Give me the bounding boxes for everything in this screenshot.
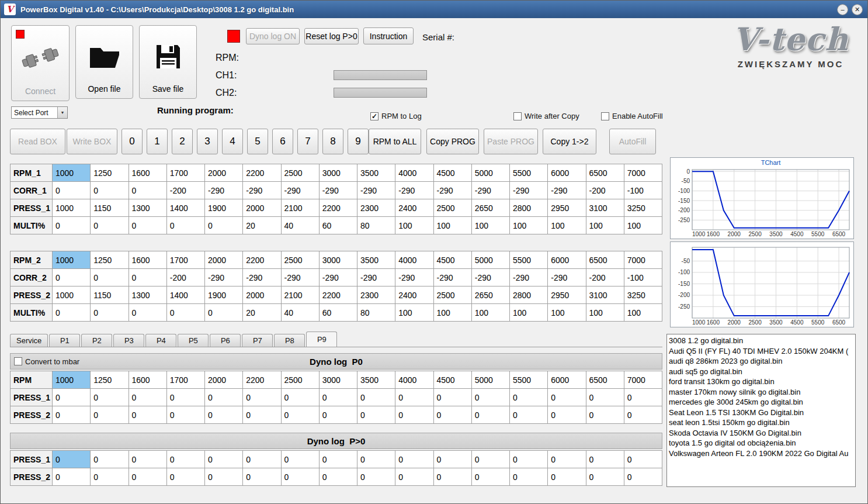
cell-PRESS_2-8[interactable]: 0	[357, 406, 395, 424]
cell-CORR_2-12[interactable]: -290	[510, 269, 548, 286]
cell-PRESS_1-13[interactable]: 0	[548, 389, 586, 406]
cell-PRESS_1-11[interactable]: 2650	[471, 199, 509, 217]
cell-PRESS_1-6[interactable]: 0	[281, 389, 319, 406]
cell-RPM_1-4[interactable]: 2000	[205, 164, 243, 182]
cell-MULTI%-6[interactable]: 40	[281, 304, 319, 322]
cell-PRESS_1-9[interactable]: 0	[395, 389, 433, 406]
tab-p9[interactable]: P9	[306, 332, 337, 347]
file-list-item[interactable]: master 170km nowy silnik go digital.bin	[667, 387, 855, 398]
cell-PRESS_2-10[interactable]: 2500	[433, 286, 471, 304]
cell-RPM_1-9[interactable]: 4000	[395, 164, 433, 182]
cell-CORR_2-14[interactable]: -200	[586, 269, 624, 286]
cell-PRESS_1-7[interactable]: 0	[319, 451, 357, 468]
read-box-button[interactable]: Read BOX	[10, 129, 65, 154]
cell-PRESS_1-5[interactable]: 0	[243, 389, 281, 406]
cell-CORR_1-14[interactable]: -200	[586, 182, 624, 199]
cell-MULTI%-2[interactable]: 0	[129, 217, 166, 234]
cell-PRESS_1-6[interactable]: 0	[281, 451, 319, 468]
program-button-1[interactable]: 1	[147, 129, 168, 154]
cell-PRESS_1-5[interactable]: 2000	[243, 199, 281, 217]
rpm-to-log-checkbox[interactable]: ✓ RPM to Log	[370, 112, 422, 120]
cell-PRESS_1-2[interactable]: 0	[129, 389, 166, 406]
cell-CORR_2-6[interactable]: -290	[281, 269, 319, 286]
cell-PRESS_1-12[interactable]: 0	[510, 389, 548, 406]
cell-MULTI%-10[interactable]: 100	[433, 304, 471, 322]
cell-RPM_1-8[interactable]: 3500	[357, 164, 395, 182]
cell-PRESS_1-10[interactable]: 2500	[433, 199, 471, 217]
cell-CORR_1-7[interactable]: -290	[319, 182, 357, 199]
cell-RPM_1-7[interactable]: 3000	[319, 164, 357, 182]
cell-PRESS_1-15[interactable]: 3250	[624, 199, 662, 217]
cell-CORR_1-2[interactable]: 0	[129, 182, 166, 199]
cell-MULTI%-4[interactable]: 0	[205, 304, 243, 322]
file-list-item[interactable]: mercedes gle 300d 245km go digital.bin	[667, 397, 855, 408]
cell-PRESS_2-6[interactable]: 0	[281, 468, 319, 486]
cell-PRESS_1-3[interactable]: 0	[166, 451, 204, 468]
cell-MULTI%-15[interactable]: 100	[624, 304, 662, 322]
file-list-item[interactable]: Audi Q5 II (FY FL) 40 TDI MHEV 2.0 150kW…	[667, 346, 855, 357]
cell-PRESS_2-3[interactable]: 1400	[166, 286, 204, 304]
program-button-8[interactable]: 8	[322, 129, 343, 154]
cell-RPM_1-13[interactable]: 6000	[548, 164, 586, 182]
program-button-3[interactable]: 3	[197, 129, 218, 154]
cell-CORR_1-10[interactable]: -290	[433, 182, 471, 199]
cell-PRESS_2-8[interactable]: 0	[357, 468, 395, 486]
cell-RPM-12[interactable]: 5500	[510, 371, 548, 389]
cell-RPM_2-9[interactable]: 4000	[395, 251, 433, 269]
cell-PRESS_2-5[interactable]: 2000	[243, 286, 281, 304]
file-list-item[interactable]: Volkswagen Arteon FL 2.0 190KM 2022 Go D…	[667, 448, 855, 459]
cell-PRESS_2-7[interactable]: 0	[319, 406, 357, 424]
cell-MULTI%-15[interactable]: 100	[624, 217, 662, 234]
cell-RPM_2-7[interactable]: 3000	[319, 251, 357, 269]
cell-CORR_1-8[interactable]: -290	[357, 182, 395, 199]
cell-RPM_2-13[interactable]: 6000	[548, 251, 586, 269]
cell-PRESS_1-6[interactable]: 2100	[281, 199, 319, 217]
cell-RPM-0[interactable]: 1000	[53, 371, 91, 389]
cell-PRESS_2-4[interactable]: 0	[205, 468, 243, 486]
cell-RPM-7[interactable]: 3000	[319, 371, 357, 389]
cell-PRESS_2-5[interactable]: 0	[243, 406, 281, 424]
cell-RPM_2-11[interactable]: 5000	[471, 251, 509, 269]
cell-PRESS_1-13[interactable]: 2950	[548, 199, 586, 217]
cell-PRESS_2-7[interactable]: 2200	[319, 286, 357, 304]
copy-prog-button[interactable]: Copy PROG	[426, 129, 479, 154]
cell-CORR_2-10[interactable]: -290	[433, 269, 471, 286]
tab-p3[interactable]: P3	[113, 334, 144, 347]
convert-to-mbar-checkbox[interactable]: Convert to mbar	[14, 357, 79, 366]
cell-PRESS_1-1[interactable]: 0	[91, 451, 129, 468]
cell-PRESS_2-0[interactable]: 0	[53, 406, 91, 424]
cell-RPM-11[interactable]: 5000	[471, 371, 509, 389]
cell-CORR_1-6[interactable]: -290	[281, 182, 319, 199]
cell-PRESS_1-7[interactable]: 2200	[319, 199, 357, 217]
cell-PRESS_1-10[interactable]: 0	[433, 389, 471, 406]
cell-MULTI%-14[interactable]: 100	[586, 217, 624, 234]
write-box-button[interactable]: Write BOX	[67, 129, 117, 154]
cell-PRESS_2-14[interactable]: 0	[586, 406, 624, 424]
cell-RPM-3[interactable]: 1700	[166, 371, 204, 389]
cell-MULTI%-9[interactable]: 100	[395, 304, 433, 322]
cell-PRESS_2-15[interactable]: 0	[624, 406, 662, 424]
cell-MULTI%-13[interactable]: 100	[548, 217, 586, 234]
cell-CORR_2-4[interactable]: -290	[205, 269, 243, 286]
connect-button[interactable]: Connect	[11, 25, 70, 101]
cell-CORR_1-4[interactable]: -290	[205, 182, 243, 199]
cell-PRESS_1-8[interactable]: 0	[357, 451, 395, 468]
cell-RPM-1[interactable]: 1250	[91, 371, 129, 389]
cell-RPM-9[interactable]: 4000	[395, 371, 433, 389]
cell-PRESS_2-12[interactable]: 0	[510, 468, 548, 486]
checkbox-box[interactable]	[14, 357, 22, 365]
cell-PRESS_1-15[interactable]: 0	[624, 451, 662, 468]
checkbox-box[interactable]	[513, 112, 522, 120]
file-list-item[interactable]: Seat Leon 1.5 TSI 130KM Go Digital.bin	[667, 408, 855, 418]
cell-PRESS_1-9[interactable]: 0	[395, 451, 433, 468]
cell-PRESS_1-0[interactable]: 0	[53, 389, 91, 406]
cell-MULTI%-7[interactable]: 60	[319, 304, 357, 322]
cell-PRESS_1-2[interactable]: 0	[129, 451, 166, 468]
cell-PRESS_1-14[interactable]: 0	[586, 451, 624, 468]
cell-PRESS_2-1[interactable]: 0	[91, 406, 129, 424]
cell-MULTI%-11[interactable]: 100	[471, 304, 509, 322]
cell-RPM-14[interactable]: 6500	[586, 371, 624, 389]
file-list-item[interactable]: seat leon 1.5tsi 150km go digital.bin	[667, 417, 855, 428]
cell-RPM-2[interactable]: 1600	[129, 371, 166, 389]
cell-RPM_1-15[interactable]: 7000	[624, 164, 662, 182]
